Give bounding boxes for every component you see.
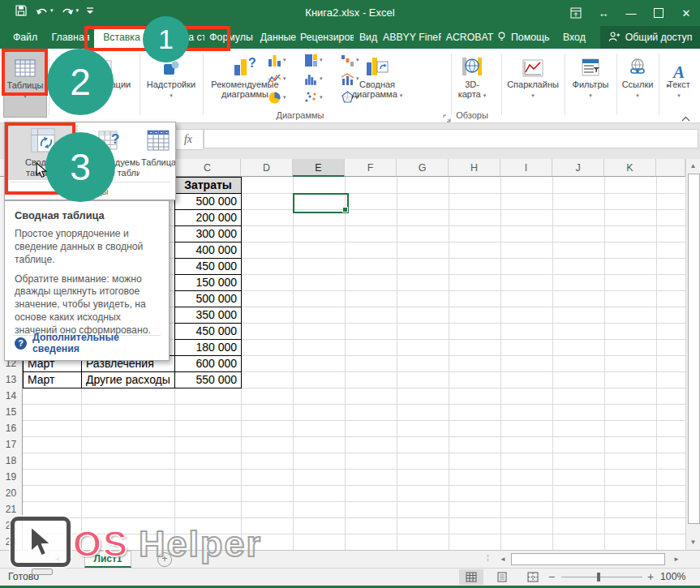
scroll-down-icon[interactable]: ▼	[688, 537, 698, 548]
zoom-level[interactable]: 100%	[660, 571, 685, 582]
tab-ABBYY FineR[interactable]: ABBYY FineR	[383, 26, 441, 49]
line-chart-button[interactable]: ▾	[268, 71, 300, 87]
cell-C11[interactable]: 180 000	[174, 339, 242, 356]
fx-button[interactable]: fx	[173, 129, 204, 150]
tab-Данные[interactable]: Данные	[258, 26, 298, 49]
zoom-slider-handle[interactable]	[597, 573, 600, 582]
cell-C4[interactable]: 300 000	[174, 225, 242, 242]
save-icon[interactable]	[15, 4, 28, 17]
cell-C10[interactable]: 450 000	[174, 323, 242, 340]
normal-view-button[interactable]	[459, 569, 483, 585]
treemap-chart-button[interactable]: ▾	[304, 52, 337, 68]
selected-cell-E2[interactable]	[293, 193, 349, 213]
cell-C6[interactable]: 450 000	[174, 258, 242, 275]
cell-C1[interactable]: Затраты	[174, 177, 242, 194]
zoom-in-button[interactable]: +	[647, 570, 654, 583]
histogram-chart-button[interactable]: ▾	[304, 71, 337, 87]
sparklines-group-button[interactable]: Спарклайны ▾	[505, 51, 561, 101]
filters-label: Фильтры	[568, 79, 613, 89]
undo-icon[interactable]: ▾	[35, 6, 54, 16]
ribbon-display-options-icon[interactable]	[562, 0, 590, 26]
scroll-right-icon[interactable]: ►	[670, 553, 683, 565]
table-menu-item[interactable]: Таблица	[141, 125, 175, 180]
cell-C3[interactable]: 200 000	[174, 209, 242, 226]
chevron-down-icon: ▾	[483, 92, 487, 98]
fit-width-icon[interactable]: ↔	[590, 0, 617, 26]
row-header-18[interactable]: 18	[0, 453, 23, 470]
page-break-view-button[interactable]	[521, 569, 545, 585]
more-groups-arrow-icon[interactable]: ▸	[667, 81, 671, 89]
column-header-D[interactable]: D	[241, 159, 293, 177]
sign-in-button[interactable]: Вход	[563, 26, 586, 49]
row-header-17[interactable]: 17	[0, 436, 23, 453]
close-icon[interactable]: ✕	[672, 0, 700, 26]
person-icon	[608, 31, 621, 45]
zoom-slider-track[interactable]	[561, 577, 642, 577]
column-header-G[interactable]: G	[397, 159, 449, 177]
cell-C13[interactable]: 550 000	[174, 371, 242, 388]
row-header-15[interactable]: 15	[0, 404, 23, 421]
help-question-icon: ?	[15, 337, 27, 350]
monitor-stand	[32, 569, 53, 575]
column-header-C[interactable]: C	[174, 159, 241, 177]
sparklines-label: Спарклайны	[505, 79, 561, 89]
row-header-20[interactable]: 20	[0, 485, 23, 502]
scrollbar-splitter[interactable]: ⁞	[487, 554, 489, 563]
cell-C8[interactable]: 500 000	[174, 290, 242, 307]
column-header-J[interactable]: J	[552, 159, 604, 177]
formula-input[interactable]	[204, 129, 698, 148]
cell-A13[interactable]: Март	[23, 371, 82, 388]
row-header-16[interactable]: 16	[0, 420, 23, 437]
cell-C12[interactable]: 600 000	[174, 355, 242, 372]
column-header-K[interactable]: K	[604, 159, 656, 177]
row-header-13[interactable]: 13	[0, 371, 23, 388]
tab-Файл[interactable]: Файл	[5, 26, 45, 49]
table-label: Таблица	[141, 157, 175, 168]
cell-C9[interactable]: 350 000	[174, 307, 242, 324]
column-header-partial[interactable]	[656, 159, 685, 177]
vertical-scroll-thumb[interactable]	[688, 174, 700, 524]
page-layout-view-button[interactable]	[490, 569, 514, 585]
tab-Рецензиров[interactable]: Рецензиров	[300, 26, 354, 49]
pie-chart-button[interactable]: ▾	[268, 89, 300, 105]
tab-help[interactable]: Помощь	[496, 26, 556, 49]
column-header-I[interactable]: I	[500, 159, 552, 177]
gridline	[23, 517, 685, 518]
filters-group-button[interactable]: Фильтры ▾	[568, 51, 613, 101]
column-header-F[interactable]: F	[345, 159, 397, 177]
customize-qat-icon[interactable]	[86, 6, 94, 15]
column-chart-button[interactable]: ▾	[268, 52, 300, 68]
scroll-left-icon[interactable]: ◄	[496, 553, 509, 565]
redo-icon[interactable]: ▾	[61, 6, 79, 16]
addins-label: Надстройки	[143, 79, 200, 89]
pivot-chart-button[interactable]: Сводная диаграмма ▾	[346, 51, 409, 101]
cell-C5[interactable]: 400 000	[174, 242, 242, 259]
group-divider	[616, 54, 617, 115]
cell-C2[interactable]: 500 000	[174, 193, 242, 210]
column-header-E[interactable]: E	[293, 159, 345, 177]
tell-me-more-link[interactable]: ? Дополнительные сведения	[15, 332, 169, 354]
minimize-icon[interactable]: —	[617, 0, 645, 26]
watermark-os: OS	[73, 526, 129, 562]
pivot-chart-label1: Сводная	[346, 79, 409, 89]
tab-Вид[interactable]: Вид	[355, 26, 381, 49]
text-group-button[interactable]: A	[673, 51, 685, 79]
scatter-chart-button[interactable]: ▾	[304, 89, 337, 105]
maximize-icon[interactable]	[645, 0, 672, 26]
map3d-button[interactable]: 3D- карта ▾	[454, 51, 490, 101]
column-header-H[interactable]: H	[449, 159, 500, 177]
links-group-button[interactable]: Ссылки ▾	[619, 51, 656, 101]
vertical-scrollbar[interactable]: ▲ ▼	[685, 159, 700, 550]
scroll-up-icon[interactable]: ▲	[688, 161, 698, 172]
row-header-19[interactable]: 19	[0, 469, 23, 486]
cell-C7[interactable]: 150 000	[174, 274, 242, 291]
chevron-down-icon: ▾	[320, 75, 323, 82]
zoom-out-button[interactable]: −	[548, 570, 555, 583]
row-header-14[interactable]: 14	[0, 388, 23, 405]
row-header-21[interactable]: 21	[0, 501, 23, 518]
selection-fill-handle[interactable]	[342, 207, 348, 212]
horizontal-scroll-thumb[interactable]	[511, 553, 665, 565]
tab-ACROBAT[interactable]: ACROBAT	[444, 26, 495, 49]
share-button[interactable]: Общий доступ	[600, 26, 700, 49]
cell-B13[interactable]: Другие расходы	[81, 371, 175, 388]
